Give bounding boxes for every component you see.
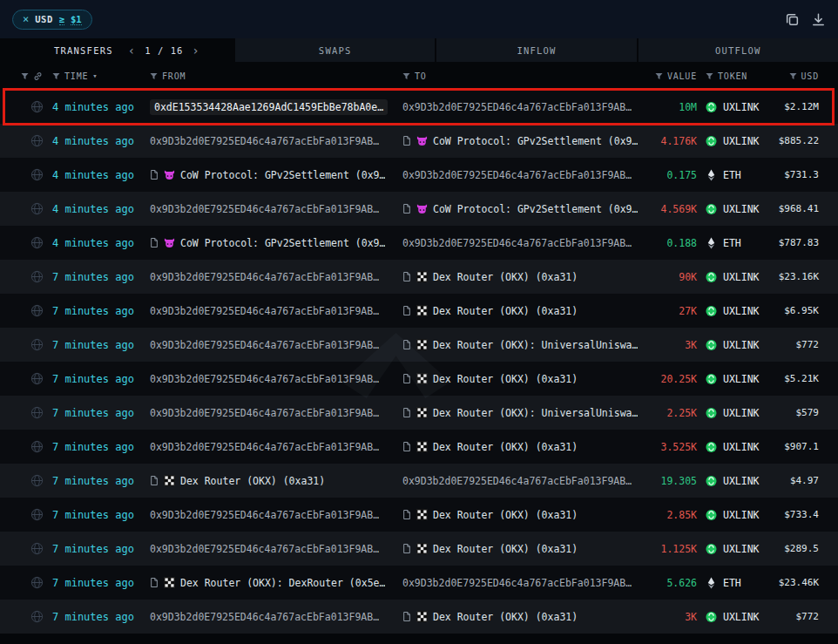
- table-row[interactable]: 4 minutes ago0x9D3b2d0E7925ED46c4a767acE…: [0, 124, 838, 158]
- to-address-label[interactable]: 0x9D3b2d0E7925ED46c4a767acEbFa013F9AB…: [402, 577, 632, 589]
- from-address-label[interactable]: 0xdE153534428Aae1269AdC1459EbBe78bA0e…: [150, 99, 388, 115]
- from-cell[interactable]: 0x9D3b2d0E7925ED46c4a767acEbFa013F9AB…: [150, 305, 402, 317]
- table-row[interactable]: 4 minutes ago0xdE153534428Aae1269AdC1459…: [0, 90, 838, 124]
- from-contract-label[interactable]: Dex Router (OKX): DexRouter (0x5e…: [180, 577, 385, 589]
- to-address-label[interactable]: 0x9D3b2d0E7925ED46c4a767acEbFa013F9AB…: [402, 169, 632, 181]
- to-cell[interactable]: Dex Router (OKX): UniversalUniswa…: [402, 407, 652, 419]
- from-contract-label[interactable]: CoW Protocol: GPv2Settlement (0x9…: [180, 169, 385, 181]
- filter-icon[interactable]: [655, 72, 663, 80]
- from-cell[interactable]: 0x9D3b2d0E7925ED46c4a767acEbFa013F9AB…: [150, 339, 402, 351]
- from-contract-label[interactable]: CoW Protocol: GPv2Settlement (0x9…: [180, 237, 385, 249]
- filter-icon[interactable]: [21, 72, 29, 80]
- token-cell[interactable]: UXLINK: [697, 305, 775, 317]
- token-cell[interactable]: UXLINK: [697, 339, 775, 351]
- to-cell[interactable]: Dex Router (OKX) (0xa31): [402, 305, 652, 317]
- link-icon[interactable]: [33, 71, 43, 81]
- token-cell[interactable]: ETH: [697, 577, 775, 589]
- to-contract-label[interactable]: Dex Router (OKX) (0xa31): [433, 543, 578, 555]
- from-address-label[interactable]: 0x9D3b2d0E7925ED46c4a767acEbFa013F9AB…: [150, 543, 379, 555]
- filter-icon[interactable]: [402, 72, 410, 80]
- token-cell[interactable]: UXLINK: [697, 101, 775, 113]
- token-cell[interactable]: UXLINK: [697, 135, 775, 147]
- to-address-label[interactable]: 0x9D3b2d0E7925ED46c4a767acEbFa013F9AB…: [402, 101, 632, 113]
- table-row[interactable]: 4 minutes agoCoW Protocol: GPv2Settlemen…: [0, 158, 838, 192]
- table-row[interactable]: 7 minutes agoDex Router (OKX): DexRouter…: [0, 566, 838, 600]
- table-row[interactable]: 7 minutes ago0x9D3b2d0E7925ED46c4a767acE…: [0, 600, 838, 634]
- table-row[interactable]: 7 minutes ago0x9D3b2d0E7925ED46c4a767acE…: [0, 396, 838, 430]
- from-cell[interactable]: 0x9D3b2d0E7925ED46c4a767acEbFa013F9AB…: [150, 509, 402, 521]
- table-row[interactable]: 7 minutes ago0x9D3b2d0E7925ED46c4a767acE…: [0, 498, 838, 532]
- to-contract-label[interactable]: CoW Protocol: GPv2Settlement (0x9…: [433, 203, 638, 215]
- from-cell[interactable]: 0x9D3b2d0E7925ED46c4a767acEbFa013F9AB…: [150, 611, 402, 623]
- token-cell[interactable]: UXLINK: [697, 407, 775, 419]
- filter-chip[interactable]: × USD ≥ $1: [12, 10, 92, 30]
- to-contract-label[interactable]: Dex Router (OKX) (0xa31): [433, 509, 578, 521]
- copy-icon[interactable]: [785, 12, 800, 27]
- filter-chip-operator[interactable]: ≥: [59, 14, 64, 25]
- from-address-label[interactable]: 0x9D3b2d0E7925ED46c4a767acEbFa013F9AB…: [150, 407, 379, 419]
- from-cell[interactable]: 0x9D3b2d0E7925ED46c4a767acEbFa013F9AB…: [150, 407, 402, 419]
- from-cell[interactable]: CoW Protocol: GPv2Settlement (0x9…: [150, 169, 402, 181]
- from-address-label[interactable]: 0x9D3b2d0E7925ED46c4a767acEbFa013F9AB…: [150, 271, 379, 283]
- table-row[interactable]: 7 minutes ago0x9D3b2d0E7925ED46c4a767acE…: [0, 328, 838, 362]
- from-cell[interactable]: 0x9D3b2d0E7925ED46c4a767acEbFa013F9AB…: [150, 373, 402, 385]
- to-address-label[interactable]: 0x9D3b2d0E7925ED46c4a767acEbFa013F9AB…: [402, 237, 632, 249]
- filter-icon[interactable]: [706, 72, 713, 80]
- column-header-from[interactable]: FROM: [150, 71, 402, 81]
- to-cell[interactable]: CoW Protocol: GPv2Settlement (0x9…: [402, 135, 652, 147]
- from-cell[interactable]: 0x9D3b2d0E7925ED46c4a767acEbFa013F9AB…: [150, 543, 402, 555]
- token-cell[interactable]: UXLINK: [697, 475, 775, 487]
- to-contract-label[interactable]: Dex Router (OKX): UniversalUniswa…: [433, 339, 638, 351]
- tab-swaps[interactable]: SWAPS: [233, 38, 435, 62]
- to-cell[interactable]: 0x9D3b2d0E7925ED46c4a767acEbFa013F9AB…: [402, 577, 652, 589]
- from-address-label[interactable]: 0x9D3b2d0E7925ED46c4a767acEbFa013F9AB…: [150, 373, 379, 385]
- table-row[interactable]: 4 minutes ago0x9D3b2d0E7925ED46c4a767acE…: [0, 192, 838, 226]
- token-cell[interactable]: UXLINK: [697, 373, 775, 385]
- caret-down-icon[interactable]: ▾: [92, 71, 98, 80]
- token-cell[interactable]: UXLINK: [697, 271, 775, 283]
- from-cell[interactable]: 0x9D3b2d0E7925ED46c4a767acEbFa013F9AB…: [150, 135, 402, 147]
- from-cell[interactable]: Dex Router (OKX): DexRouter (0x5e…: [150, 577, 402, 589]
- from-address-label[interactable]: 0x9D3b2d0E7925ED46c4a767acEbFa013F9AB…: [150, 441, 379, 453]
- table-row[interactable]: 4 minutes agoCoW Protocol: GPv2Settlemen…: [0, 226, 838, 260]
- to-cell[interactable]: Dex Router (OKX): UniversalUniswa…: [402, 339, 652, 351]
- to-cell[interactable]: 0x9D3b2d0E7925ED46c4a767acEbFa013F9AB…: [402, 475, 652, 487]
- filter-icon[interactable]: [150, 72, 158, 80]
- table-row[interactable]: 7 minutes ago0x9D3b2d0E7925ED46c4a767acE…: [0, 362, 838, 396]
- from-cell[interactable]: 0xdE153534428Aae1269AdC1459EbBe78bA0e…: [150, 99, 402, 115]
- table-row[interactable]: 7 minutes ago0x9D3b2d0E7925ED46c4a767acE…: [0, 260, 838, 294]
- from-cell[interactable]: CoW Protocol: GPv2Settlement (0x9…: [150, 237, 402, 249]
- from-address-label[interactable]: 0x9D3b2d0E7925ED46c4a767acEbFa013F9AB…: [150, 305, 379, 317]
- to-cell[interactable]: CoW Protocol: GPv2Settlement (0x9…: [402, 203, 652, 215]
- filter-chip-value[interactable]: $1: [71, 14, 82, 25]
- to-contract-label[interactable]: Dex Router (OKX): UniversalUniswa…: [433, 407, 638, 419]
- to-cell[interactable]: Dex Router (OKX) (0xa31): [402, 373, 652, 385]
- from-cell[interactable]: 0x9D3b2d0E7925ED46c4a767acEbFa013F9AB…: [150, 441, 402, 453]
- to-contract-label[interactable]: Dex Router (OKX) (0xa31): [433, 441, 578, 453]
- chevron-left-icon[interactable]: ‹: [128, 44, 137, 57]
- tab-outflow[interactable]: OUTFLOW: [637, 38, 838, 62]
- table-row[interactable]: 7 minutes ago0x9D3b2d0E7925ED46c4a767acE…: [0, 294, 838, 328]
- token-cell[interactable]: UXLINK: [697, 509, 775, 521]
- from-cell[interactable]: Dex Router (OKX) (0xa31): [150, 475, 402, 487]
- token-cell[interactable]: ETH: [697, 237, 775, 249]
- tab-transfers[interactable]: TRANSFERS ‹ 1 / 16 ›: [0, 38, 233, 62]
- to-cell[interactable]: 0x9D3b2d0E7925ED46c4a767acEbFa013F9AB…: [402, 169, 652, 181]
- to-cell[interactable]: Dex Router (OKX) (0xa31): [402, 543, 652, 555]
- tab-inflow[interactable]: INFLOW: [435, 38, 636, 62]
- filter-icon[interactable]: [789, 72, 797, 80]
- to-contract-label[interactable]: Dex Router (OKX) (0xa31): [433, 373, 578, 385]
- to-contract-label[interactable]: Dex Router (OKX) (0xa31): [433, 271, 578, 283]
- from-cell[interactable]: 0x9D3b2d0E7925ED46c4a767acEbFa013F9AB…: [150, 203, 402, 215]
- to-contract-label[interactable]: CoW Protocol: GPv2Settlement (0x9…: [433, 135, 638, 147]
- table-row[interactable]: 7 minutes ago0x9D3b2d0E7925ED46c4a767acE…: [0, 532, 838, 566]
- from-cell[interactable]: 0x9D3b2d0E7925ED46c4a767acEbFa013F9AB…: [150, 271, 402, 283]
- to-cell[interactable]: Dex Router (OKX) (0xa31): [402, 611, 652, 623]
- column-header-time[interactable]: TIME ▾: [52, 71, 150, 81]
- token-cell[interactable]: ETH: [697, 169, 775, 181]
- download-icon[interactable]: [811, 12, 826, 27]
- table-row[interactable]: 7 minutes ago0x9D3b2d0E7925ED46c4a767acE…: [0, 430, 838, 464]
- from-address-label[interactable]: 0x9D3b2d0E7925ED46c4a767acEbFa013F9AB…: [150, 339, 379, 351]
- to-cell[interactable]: Dex Router (OKX) (0xa31): [402, 509, 652, 521]
- to-contract-label[interactable]: Dex Router (OKX) (0xa31): [433, 611, 578, 623]
